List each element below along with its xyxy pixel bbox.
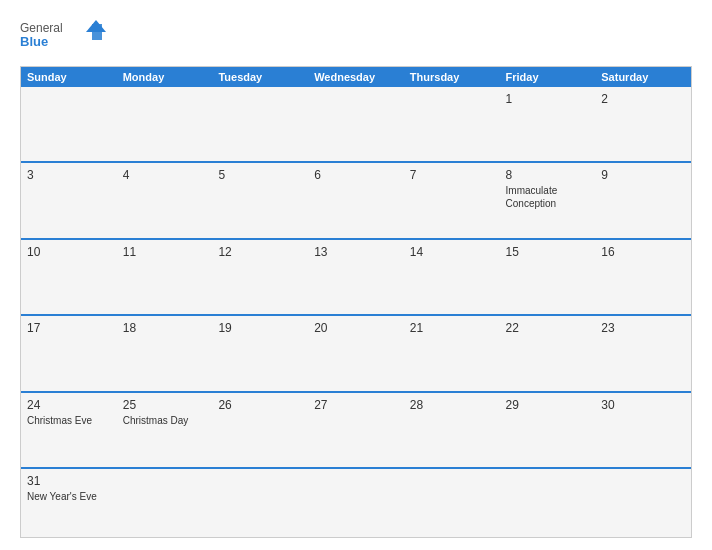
svg-marker-3 (86, 20, 106, 32)
calendar-cell: 26 (212, 393, 308, 467)
day-number: 24 (27, 398, 111, 412)
calendar-cell: 1 (500, 87, 596, 161)
calendar-cell: 19 (212, 316, 308, 390)
calendar-cell: 10 (21, 240, 117, 314)
day-number: 23 (601, 321, 685, 335)
calendar: SundayMondayTuesdayWednesdayThursdayFrid… (20, 66, 692, 538)
calendar-cell: 18 (117, 316, 213, 390)
day-number: 13 (314, 245, 398, 259)
calendar-cell: 6 (308, 163, 404, 237)
calendar-page: General Blue SundayMondayTuesdayWednesda… (0, 0, 712, 550)
calendar-cell (308, 87, 404, 161)
calendar-cell: 25Christmas Day (117, 393, 213, 467)
calendar-cell: 28 (404, 393, 500, 467)
calendar-cell (212, 87, 308, 161)
day-number: 29 (506, 398, 590, 412)
calendar-body: 12345678Immaculate Conception91011121314… (21, 87, 691, 537)
day-number: 15 (506, 245, 590, 259)
calendar-row: 31New Year's Eve (21, 467, 691, 537)
calendar-cell: 31New Year's Eve (21, 469, 117, 537)
calendar-cell (212, 469, 308, 537)
calendar-cell: 5 (212, 163, 308, 237)
day-number: 14 (410, 245, 494, 259)
day-number: 25 (123, 398, 207, 412)
calendar-cell (404, 469, 500, 537)
calendar-cell: 27 (308, 393, 404, 467)
day-number: 28 (410, 398, 494, 412)
calendar-cell: 21 (404, 316, 500, 390)
day-number: 17 (27, 321, 111, 335)
calendar-header: SundayMondayTuesdayWednesdayThursdayFrid… (21, 67, 691, 87)
calendar-cell: 12 (212, 240, 308, 314)
weekday-header: Sunday (21, 67, 117, 87)
weekday-header: Tuesday (212, 67, 308, 87)
day-number: 3 (27, 168, 111, 182)
day-number: 20 (314, 321, 398, 335)
calendar-cell: 4 (117, 163, 213, 237)
calendar-cell (595, 469, 691, 537)
calendar-row: 17181920212223 (21, 314, 691, 390)
calendar-cell: 8Immaculate Conception (500, 163, 596, 237)
calendar-cell: 22 (500, 316, 596, 390)
day-number: 8 (506, 168, 590, 182)
header: General Blue (20, 18, 692, 58)
calendar-row: 24Christmas Eve25Christmas Day2627282930 (21, 391, 691, 467)
day-event: Christmas Day (123, 415, 189, 426)
calendar-cell (117, 469, 213, 537)
svg-text:General: General (20, 21, 63, 35)
calendar-cell: 13 (308, 240, 404, 314)
day-number: 11 (123, 245, 207, 259)
calendar-row: 12 (21, 87, 691, 161)
calendar-cell (404, 87, 500, 161)
calendar-cell: 17 (21, 316, 117, 390)
weekday-header: Monday (117, 67, 213, 87)
day-number: 21 (410, 321, 494, 335)
calendar-cell (21, 87, 117, 161)
calendar-cell: 3 (21, 163, 117, 237)
weekday-header: Saturday (595, 67, 691, 87)
calendar-cell: 11 (117, 240, 213, 314)
calendar-cell: 30 (595, 393, 691, 467)
svg-text:Blue: Blue (20, 34, 48, 49)
calendar-cell: 23 (595, 316, 691, 390)
day-number: 26 (218, 398, 302, 412)
calendar-cell (308, 469, 404, 537)
calendar-row: 345678Immaculate Conception9 (21, 161, 691, 237)
day-number: 12 (218, 245, 302, 259)
calendar-cell: 9 (595, 163, 691, 237)
calendar-cell: 24Christmas Eve (21, 393, 117, 467)
day-number: 22 (506, 321, 590, 335)
day-number: 9 (601, 168, 685, 182)
weekday-header: Thursday (404, 67, 500, 87)
calendar-cell: 7 (404, 163, 500, 237)
calendar-cell (500, 469, 596, 537)
calendar-cell: 2 (595, 87, 691, 161)
day-number: 19 (218, 321, 302, 335)
day-number: 4 (123, 168, 207, 182)
day-number: 18 (123, 321, 207, 335)
calendar-cell: 16 (595, 240, 691, 314)
weekday-header: Wednesday (308, 67, 404, 87)
calendar-cell (117, 87, 213, 161)
logo: General Blue (20, 18, 110, 58)
day-number: 5 (218, 168, 302, 182)
day-event: New Year's Eve (27, 491, 97, 502)
day-number: 10 (27, 245, 111, 259)
calendar-row: 10111213141516 (21, 238, 691, 314)
day-number: 16 (601, 245, 685, 259)
day-number: 30 (601, 398, 685, 412)
calendar-cell: 20 (308, 316, 404, 390)
day-number: 6 (314, 168, 398, 182)
calendar-cell: 14 (404, 240, 500, 314)
day-number: 31 (27, 474, 111, 488)
calendar-cell: 29 (500, 393, 596, 467)
day-number: 27 (314, 398, 398, 412)
day-number: 1 (506, 92, 590, 106)
day-number: 7 (410, 168, 494, 182)
day-number: 2 (601, 92, 685, 106)
weekday-header: Friday (500, 67, 596, 87)
day-event: Immaculate Conception (506, 185, 558, 209)
day-event: Christmas Eve (27, 415, 92, 426)
calendar-cell: 15 (500, 240, 596, 314)
